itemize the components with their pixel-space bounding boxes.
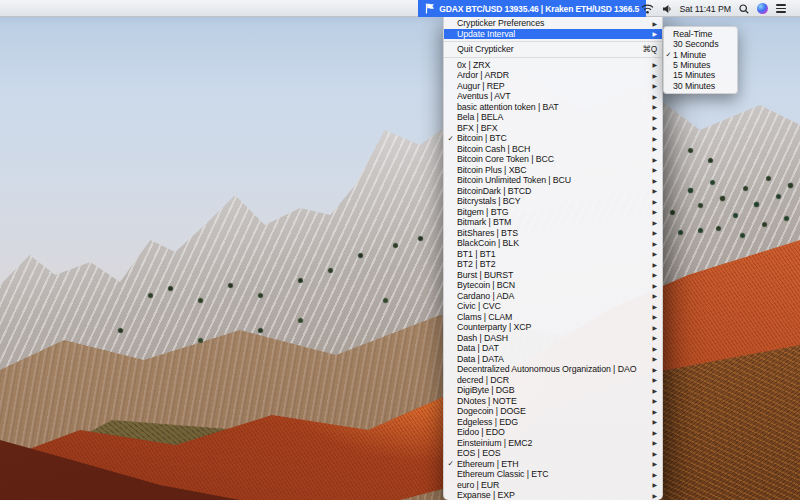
menu-item-label: Expanse | EXP bbox=[457, 490, 648, 500]
notification-center-icon[interactable] bbox=[776, 4, 786, 12]
menu-item-eidoo-edo[interactable]: Eidoo | EDO▶ bbox=[444, 427, 662, 438]
menu-item-dogecoin-doge[interactable]: Dogecoin | DOGE▶ bbox=[444, 406, 662, 417]
menu-item-label: Bytecoin | BCN bbox=[457, 280, 648, 290]
menu-item-euro-eur[interactable]: euro | EUR▶ bbox=[444, 480, 662, 491]
menu-item-clams-clam[interactable]: Clams | CLAM▶ bbox=[444, 312, 662, 323]
menu-item-label: Ethereum | ETH bbox=[457, 459, 648, 469]
submenu-arrow-icon: ▶ bbox=[652, 470, 657, 477]
menu-item-bytecoin-bcn[interactable]: Bytecoin | BCN▶ bbox=[444, 280, 662, 291]
menu-item-bitcoin-plus-xbc[interactable]: Bitcoin Plus | XBC▶ bbox=[444, 165, 662, 176]
menu-item-bitcoindark-btcd[interactable]: BitcoinDark | BTCD▶ bbox=[444, 186, 662, 197]
menu-item-digibyte-dgb[interactable]: DigiByte | DGB▶ bbox=[444, 385, 662, 396]
siri-icon[interactable] bbox=[757, 3, 768, 14]
menu-item-bitgem-btg[interactable]: Bitgem | BTG▶ bbox=[444, 207, 662, 218]
checkmark-icon: ✓ bbox=[444, 460, 457, 468]
menu-item-bitcoin-btc[interactable]: ✓Bitcoin | BTC▶ bbox=[444, 133, 662, 144]
menu-item-data-data[interactable]: Data | DATA▶ bbox=[444, 354, 662, 365]
volume-icon[interactable] bbox=[662, 4, 672, 14]
menu-item-quit-crypticker[interactable]: Quit Crypticker⌘Q bbox=[444, 44, 662, 55]
menu-item-label: 5 Minutes bbox=[673, 60, 710, 70]
submenu-arrow-icon: ▶ bbox=[652, 355, 657, 362]
menu-item-label: Bitcoin | BTC bbox=[457, 133, 648, 143]
menu-item-civic-cvc[interactable]: Civic | CVC▶ bbox=[444, 301, 662, 312]
menu-item-eos-eos[interactable]: EOS | EOS▶ bbox=[444, 448, 662, 459]
menu-item-blackcoin-blk[interactable]: BlackCoin | BLK▶ bbox=[444, 238, 662, 249]
menu-item-counterparty-xcp[interactable]: Counterparty | XCP▶ bbox=[444, 322, 662, 333]
menubar-clock[interactable]: Sat 11:41 PM bbox=[680, 4, 731, 14]
submenu-arrow-icon: ▶ bbox=[652, 491, 657, 498]
menu-item-dash-dash[interactable]: Dash | DASH▶ bbox=[444, 333, 662, 344]
menu-item-ethereum-eth[interactable]: ✓Ethereum | ETH▶ bbox=[444, 459, 662, 470]
menu-item-bitcoin-unlimited-token-bcu[interactable]: Bitcoin Unlimited Token | BCU▶ bbox=[444, 175, 662, 186]
menu-item-ardor-ardr[interactable]: Ardor | ARDR▶ bbox=[444, 70, 662, 81]
menu-item-label: EOS | EOS bbox=[457, 448, 648, 458]
menu-item-aventus-avt[interactable]: Aventus | AVT▶ bbox=[444, 91, 662, 102]
spotlight-icon[interactable] bbox=[739, 4, 749, 14]
menu-item-update-interval[interactable]: Update Interval▶ bbox=[444, 29, 662, 40]
menu-item-real-time[interactable]: Real-Time bbox=[664, 29, 737, 39]
menu-item-label: Bitcoin Cash | BCH bbox=[457, 144, 648, 154]
menu-item-bt2-bt2[interactable]: BT2 | BT2▶ bbox=[444, 259, 662, 270]
submenu-arrow-icon: ▶ bbox=[652, 187, 657, 194]
menu-item-dnotes-note[interactable]: DNotes | NOTE▶ bbox=[444, 396, 662, 407]
submenu-arrow-icon: ▶ bbox=[652, 439, 657, 446]
menu-item-label: Aventus | AVT bbox=[457, 91, 648, 101]
menu-item-1-minute[interactable]: ✓1 Minute bbox=[664, 50, 737, 60]
menu-item-burst-burst[interactable]: Burst | BURST▶ bbox=[444, 270, 662, 281]
menu-item-augur-rep[interactable]: Augur | REP▶ bbox=[444, 81, 662, 92]
menu-item-label: Decentralized Autonomous Organization | … bbox=[457, 364, 648, 374]
submenu-arrow-icon: ▶ bbox=[652, 313, 657, 320]
menu-item-decred-dcr[interactable]: decred | DCR▶ bbox=[444, 375, 662, 386]
menu-item-30-seconds[interactable]: 30 Seconds bbox=[664, 39, 737, 49]
menu-item-0x-zrx[interactable]: 0x | ZRX▶ bbox=[444, 60, 662, 71]
menu-item-label: BlackCoin | BLK bbox=[457, 238, 648, 248]
menu-item-label: Bela | BELA bbox=[457, 112, 648, 122]
submenu-arrow-icon: ▶ bbox=[652, 113, 657, 120]
submenu-arrow-icon: ▶ bbox=[652, 281, 657, 288]
menu-item-label: Dogecoin | DOGE bbox=[457, 406, 648, 416]
menu-item-bitcoin-cash-bch[interactable]: Bitcoin Cash | BCH▶ bbox=[444, 144, 662, 155]
menu-item-expanse-exp[interactable]: Expanse | EXP▶ bbox=[444, 490, 662, 500]
menu-item-5-minutes[interactable]: 5 Minutes bbox=[664, 60, 737, 70]
submenu-arrow-icon: ▶ bbox=[652, 481, 657, 488]
crypticker-statusitem[interactable]: GDAX BTC/USD 13935.46 | Kraken ETH/USD 1… bbox=[418, 0, 646, 17]
menu-item-label: Bitcoin Plus | XBC bbox=[457, 165, 648, 175]
menu-item-einsteinium-emc2[interactable]: Einsteinium | EMC2▶ bbox=[444, 438, 662, 449]
menu-item-ethereum-classic-etc[interactable]: Ethereum Classic | ETC▶ bbox=[444, 469, 662, 480]
menu-item-bitcoin-core-token-bcc[interactable]: Bitcoin Core Token | BCC▶ bbox=[444, 154, 662, 165]
menu-item-bitmark-btm[interactable]: Bitmark | BTM▶ bbox=[444, 217, 662, 228]
submenu-arrow-icon: ▶ bbox=[652, 397, 657, 404]
menu-item-edgeless-edg[interactable]: Edgeless | EDG▶ bbox=[444, 417, 662, 428]
submenu-arrow-icon: ▶ bbox=[652, 208, 657, 215]
submenu-arrow-icon: ▶ bbox=[652, 134, 657, 141]
menu-item-label: BitcoinDark | BTCD bbox=[457, 186, 648, 196]
menu-item-label: Real-Time bbox=[673, 29, 712, 39]
menu-item-30-minutes[interactable]: 30 Minutes bbox=[664, 80, 737, 90]
submenu-arrow-icon: ▶ bbox=[652, 166, 657, 173]
submenu-arrow-icon: ▶ bbox=[652, 460, 657, 467]
menu-item-cardano-ada[interactable]: Cardano | ADA▶ bbox=[444, 291, 662, 302]
menu-item-crypticker-preferences[interactable]: Crypticker Preferences▶ bbox=[444, 18, 662, 29]
submenu-arrow-icon: ▶ bbox=[652, 407, 657, 414]
menu-item-bt1-bt1[interactable]: BT1 | BT1▶ bbox=[444, 249, 662, 260]
menu-item-15-minutes[interactable]: 15 Minutes bbox=[664, 70, 737, 80]
menu-item-bitshares-bts[interactable]: BitShares | BTS▶ bbox=[444, 228, 662, 239]
menu-item-label: DigiByte | DGB bbox=[457, 385, 648, 395]
submenu-arrow-icon: ▶ bbox=[652, 229, 657, 236]
menu-item-decentralized-autonomous-organization-dao[interactable]: Decentralized Autonomous Organization | … bbox=[444, 364, 662, 375]
menu-item-bela-bela[interactable]: Bela | BELA▶ bbox=[444, 112, 662, 123]
menu-item-label: Data | DATA bbox=[457, 354, 648, 364]
menu-item-basic-attention-token-bat[interactable]: basic attention token | BAT▶ bbox=[444, 102, 662, 113]
wifi-icon[interactable] bbox=[641, 4, 654, 14]
submenu-arrow-icon: ▶ bbox=[652, 19, 657, 26]
submenu-arrow-icon: ▶ bbox=[652, 124, 657, 131]
menu-item-data-dat[interactable]: Data | DAT▶ bbox=[444, 343, 662, 354]
menu-item-bfx-bfx[interactable]: BFX | BFX▶ bbox=[444, 123, 662, 134]
submenu-arrow-icon: ▶ bbox=[652, 418, 657, 425]
menu-item-label: Burst | BURST bbox=[457, 270, 648, 280]
submenu-arrow-icon: ▶ bbox=[652, 103, 657, 110]
submenu-arrow-icon: ▶ bbox=[652, 176, 657, 183]
menu-item-bitcrystals-bcy[interactable]: Bitcrystals | BCY▶ bbox=[444, 196, 662, 207]
menu-item-label: Bitcoin Unlimited Token | BCU bbox=[457, 175, 648, 185]
menu-item-label: Bitmark | BTM bbox=[457, 217, 648, 227]
